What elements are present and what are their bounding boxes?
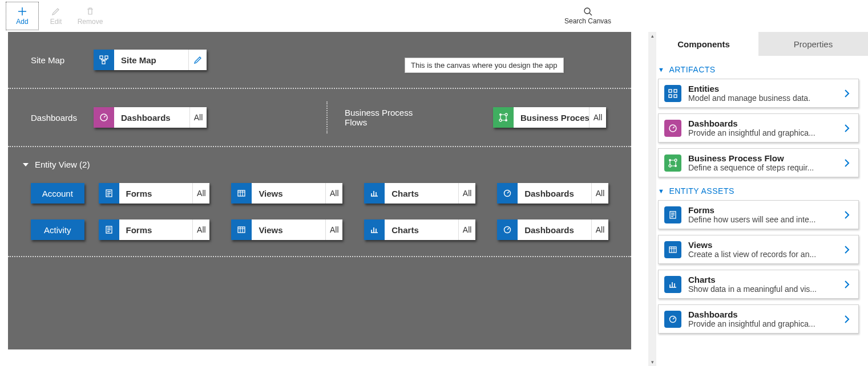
sitemap-edit-button[interactable] bbox=[188, 50, 207, 70]
pencil-icon bbox=[51, 6, 61, 17]
flow-icon bbox=[664, 154, 681, 172]
sitemap-icon bbox=[94, 50, 114, 70]
tile-all[interactable]: All bbox=[458, 183, 475, 204]
tile-all[interactable]: All bbox=[192, 219, 209, 240]
bpf-label: Business Process Flows bbox=[345, 108, 436, 127]
chart-icon bbox=[364, 219, 385, 240]
svg-rect-25 bbox=[669, 247, 676, 253]
dashboard-icon bbox=[664, 311, 681, 328]
tab-components[interactable]: Components bbox=[649, 32, 758, 56]
remove-label: Remove bbox=[78, 18, 103, 26]
card-forms[interactable]: Forms Define how users will see and inte… bbox=[658, 200, 859, 229]
scroll-up-icon[interactable]: ▴ bbox=[648, 32, 656, 40]
tab-properties[interactable]: Properties bbox=[758, 32, 868, 56]
card-title: Dashboards bbox=[688, 310, 841, 319]
views-tile[interactable]: Views All bbox=[231, 219, 342, 240]
canvas-tooltip: This is the canvas where you design the … bbox=[405, 58, 564, 73]
dashboard-icon bbox=[497, 183, 518, 204]
canvas[interactable]: Site Map Site Map This is the canvas whe… bbox=[8, 32, 631, 349]
tile-all[interactable]: All bbox=[325, 219, 342, 240]
chevron-right-icon bbox=[841, 279, 853, 290]
card-dashboards-asset[interactable]: Dashboards Provide an insightful and gra… bbox=[658, 304, 859, 334]
scrollbar-vertical[interactable]: ▴ ▾ bbox=[648, 32, 656, 366]
dashboards-all[interactable]: All bbox=[189, 107, 207, 128]
card-views[interactable]: Views Create a list view of records for … bbox=[658, 235, 859, 264]
svg-rect-10 bbox=[238, 190, 245, 196]
trash-icon bbox=[85, 6, 95, 17]
grid-icon bbox=[231, 183, 252, 204]
charts-tile[interactable]: Charts All bbox=[364, 219, 475, 240]
card-title: Entities bbox=[688, 84, 841, 93]
entity-view-label: Entity View (2) bbox=[35, 160, 90, 169]
group-header-entity-assets[interactable]: ▼ ENTITY ASSETS bbox=[658, 183, 859, 200]
chevron-right-icon bbox=[841, 314, 853, 324]
entity-pill-activity[interactable]: Activity bbox=[31, 219, 84, 240]
views-tile[interactable]: Views All bbox=[231, 183, 342, 204]
sitemap-tile-label: Site Map bbox=[114, 50, 188, 70]
dashboards-tile[interactable]: Dashboards All bbox=[94, 107, 207, 128]
entity-pill-account[interactable]: Account bbox=[31, 183, 84, 204]
card-charts[interactable]: Charts Show data in a meaningful and vis… bbox=[658, 270, 859, 299]
flow-icon bbox=[493, 107, 514, 128]
tile-all[interactable]: All bbox=[325, 183, 342, 204]
tile-all[interactable]: All bbox=[192, 183, 209, 204]
charts-tile[interactable]: Charts All bbox=[364, 183, 475, 204]
dashboard-icon bbox=[664, 120, 681, 137]
sitemap-tile[interactable]: Site Map bbox=[94, 50, 207, 70]
forms-tile[interactable]: Forms All bbox=[99, 183, 210, 204]
card-dashboards[interactable]: Dashboards Provide an insightful and gra… bbox=[658, 113, 859, 143]
card-bpf[interactable]: Business Process Flow Define a sequence … bbox=[658, 148, 859, 177]
form-icon bbox=[99, 183, 119, 204]
bpf-all[interactable]: All bbox=[589, 107, 606, 128]
forms-tile[interactable]: Forms All bbox=[99, 219, 210, 240]
svg-rect-13 bbox=[238, 227, 245, 233]
scroll-down-icon[interactable]: ▾ bbox=[648, 358, 656, 366]
tile-label: Dashboards bbox=[518, 219, 591, 240]
card-desc: Define a sequence of steps requir... bbox=[688, 163, 841, 172]
entities-icon bbox=[664, 85, 681, 102]
chevron-right-icon bbox=[841, 158, 853, 168]
search-canvas-button[interactable]: Search Canvas bbox=[564, 2, 611, 30]
svg-rect-3 bbox=[102, 61, 105, 64]
card-title: Views bbox=[688, 240, 841, 250]
svg-point-21 bbox=[675, 159, 677, 161]
svg-rect-2 bbox=[105, 56, 108, 59]
bpf-tile[interactable]: Business Proces... All bbox=[493, 107, 606, 128]
tile-all[interactable]: All bbox=[591, 219, 608, 240]
svg-rect-15 bbox=[669, 90, 672, 92]
edit-label: Edit bbox=[50, 18, 62, 26]
caret-down-icon: ▼ bbox=[658, 188, 664, 194]
add-button[interactable]: Add bbox=[6, 2, 39, 30]
chart-icon bbox=[364, 183, 385, 204]
dashboards-tile[interactable]: Dashboards All bbox=[497, 183, 608, 204]
tile-all[interactable]: All bbox=[591, 183, 608, 204]
dashboards-tile-label: Dashboards bbox=[114, 107, 189, 128]
edit-button: Edit bbox=[39, 2, 73, 30]
svg-point-0 bbox=[584, 8, 590, 14]
tile-label: Forms bbox=[119, 183, 193, 204]
svg-rect-18 bbox=[674, 95, 677, 97]
sidebar: Components Properties ▼ ARTIFACTS Entiti… bbox=[648, 32, 868, 366]
card-desc: Model and manage business data. bbox=[688, 93, 841, 103]
group-label: ENTITY ASSETS bbox=[669, 186, 734, 196]
card-title: Forms bbox=[688, 205, 841, 215]
remove-button: Remove bbox=[73, 2, 107, 30]
chevron-right-icon bbox=[841, 245, 853, 255]
svg-rect-1 bbox=[100, 56, 103, 59]
dashboards-tile[interactable]: Dashboards All bbox=[497, 219, 608, 240]
tile-all[interactable]: All bbox=[458, 219, 475, 240]
caret-down-icon bbox=[22, 161, 29, 168]
bpf-tile-label: Business Proces... bbox=[514, 107, 589, 128]
tile-label: Charts bbox=[385, 183, 458, 204]
grid-icon bbox=[664, 241, 681, 258]
chevron-right-icon bbox=[841, 210, 853, 220]
group-header-artifacts[interactable]: ▼ ARTIFACTS bbox=[658, 62, 859, 79]
card-desc: Create a list view of records for an... bbox=[688, 250, 841, 259]
card-entities[interactable]: Entities Model and manage business data. bbox=[658, 79, 859, 108]
chevron-right-icon bbox=[841, 123, 853, 133]
entity-view-header[interactable]: Entity View (2) bbox=[8, 147, 631, 175]
search-label: Search Canvas bbox=[564, 17, 611, 25]
svg-point-7 bbox=[499, 119, 502, 121]
card-desc: Define how users will see and inte... bbox=[688, 215, 841, 224]
card-desc: Provide an insightful and graphica... bbox=[688, 319, 841, 328]
